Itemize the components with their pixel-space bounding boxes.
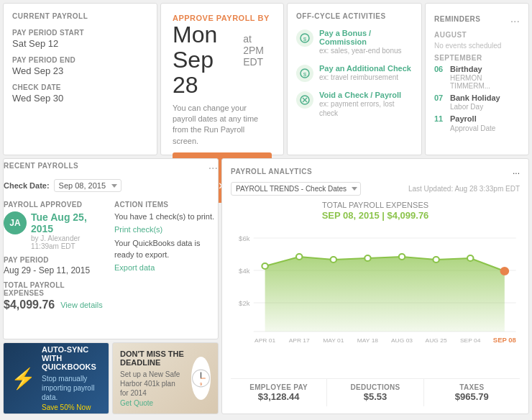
chart-title: TOTAL PAYROLL EXPENSES SEP 08, 2015 | $4…	[231, 200, 520, 221]
approve-payroll-card: APPROVE PAYROLL BY Mon Sep 28 at 2PM EDT…	[160, 3, 284, 155]
reminders-menu[interactable]: ...	[510, 12, 520, 25]
bonus-icon: $	[296, 29, 313, 47]
off-cycle-item-3: Void a Check / Payroll ex: payment error…	[296, 91, 413, 118]
action-text-1: You have 1 check(s) to print.	[114, 211, 218, 222]
reminder-day-2: 07	[434, 93, 446, 111]
svg-point-24	[433, 257, 439, 262]
current-payroll-title: CURRENT PAYROLL	[12, 12, 148, 20]
footer-deductions: DEDUCTIONS $5.53	[327, 379, 423, 406]
reminder-sub-2: Labor Day	[450, 103, 500, 111]
off-cycle-link-2[interactable]: Pay an Additional Check	[319, 64, 411, 73]
reminder-item-2: 07 Bank Holiday Labor Day	[434, 93, 520, 111]
recent-payrolls-card: RECENT PAYROLLS ... Check Date: Sep 08, …	[3, 158, 219, 339]
svg-text:SEP 04: SEP 04	[460, 337, 481, 344]
reminder-day-3: 11	[434, 114, 446, 132]
recent-payrolls-title: RECENT PAYROLLS	[4, 162, 78, 170]
svg-text:APR 01: APR 01	[254, 337, 276, 344]
footer-taxes: TAXES $965.79	[424, 379, 520, 406]
off-cycle-sub-2: ex: travel reimbursement	[319, 73, 411, 82]
svg-point-23	[399, 254, 405, 260]
payroll-approved-by: by J. Alexander 11:39am EDT	[31, 234, 107, 250]
svg-text:MAY 01: MAY 01	[323, 337, 344, 344]
check-icon: $	[296, 65, 313, 82]
off-cycle-title: OFF-CYCLE ACTIVITIES	[296, 12, 413, 20]
promo-deadline-body: Set up a New Safe Harbor 401k plan for 2…	[120, 370, 185, 398]
svg-point-20	[296, 254, 302, 260]
svg-marker-18	[265, 257, 505, 332]
svg-text:$6k: $6k	[239, 235, 250, 242]
check-date-filter-label: Check Date:	[4, 181, 50, 190]
off-cycle-card: OFF-CYCLE ACTIVITIES $ Pay a Bonus / Com…	[287, 3, 422, 155]
off-cycle-item-1: $ Pay a Bonus / Commission ex: sales, ye…	[296, 29, 413, 55]
reminder-name-3: Payroll	[450, 114, 495, 124]
svg-text:SEP 08: SEP 08	[493, 337, 516, 344]
trend-select[interactable]: PAYROLL TRENDS - Check Dates	[231, 182, 361, 196]
pay-period-start-label: PAY PERIOD START	[12, 29, 148, 37]
pay-period-end-value: Wed Sep 23	[12, 65, 148, 76]
svg-point-25	[467, 255, 473, 261]
bottom-left: RECENT PAYROLLS ... Check Date: Sep 08, …	[3, 158, 219, 414]
off-cycle-link-1[interactable]: Pay a Bonus / Commission	[319, 29, 413, 46]
svg-text:$2k: $2k	[239, 300, 250, 307]
payroll-analytics-card: PAYROLL ANALYTICS ... PAYROLL TRENDS - C…	[221, 158, 529, 414]
action-items-label: ACTION ITEMS	[114, 201, 218, 209]
svg-point-21	[331, 257, 336, 262]
last-updated: Last Updated: Aug 28 3:33pm EDT	[408, 185, 520, 193]
promo-deadline: DON'T MISS THE DEADLINE Set up a New Saf…	[112, 342, 219, 414]
reminders-header: REMINDERS ...	[434, 12, 520, 25]
svg-point-22	[364, 255, 370, 261]
analytics-controls: PAYROLL TRENDS - Check Dates Last Update…	[231, 182, 520, 196]
reminder-sub-1: HERMON TIMMERM...	[450, 74, 520, 90]
chart-svg: $6k $4k $2k	[231, 224, 520, 353]
check-date-label: CHECK DATE	[12, 83, 148, 91]
view-details-link[interactable]: View details	[60, 301, 103, 309]
svg-text:$: $	[303, 71, 307, 78]
footer-employee-pay-label: EMPLOYEE PAY	[237, 383, 321, 391]
footer-deductions-value: $5.53	[333, 391, 417, 402]
svg-point-26	[501, 268, 509, 275]
payroll-approved-date: Tue Aug 25, 2015	[31, 211, 107, 234]
reminder-item-1: 06 Birthday HERMON TIMMERM...	[434, 65, 520, 90]
svg-text:APR 17: APR 17	[289, 337, 311, 344]
chart-total-label: TOTAL PAYROLL EXPENSES	[322, 201, 428, 209]
svg-text:AUG 03: AUG 03	[391, 337, 413, 344]
reminders-title: REMINDERS	[434, 15, 481, 23]
off-cycle-sub-3: ex: payment errors, lost check	[319, 99, 413, 118]
chart-area: $6k $4k $2k	[231, 224, 520, 375]
action-text-2: Your QuickBooks data is ready to export.	[114, 238, 218, 260]
analytics-title: PAYROLL ANALYTICS	[231, 168, 312, 175]
print-checks-link[interactable]: Print check(s)	[114, 225, 218, 234]
payroll-content: PAYROLL APPROVED JA Tue Aug 25, 2015 by …	[4, 201, 218, 311]
approve-date: Mon Sep 28	[173, 22, 237, 99]
recent-payrolls-menu[interactable]: ...	[208, 159, 218, 172]
analytics-header: PAYROLL ANALYTICS ...	[231, 166, 520, 176]
footer-deductions-label: DEDUCTIONS	[333, 383, 417, 391]
pay-period-label: PAY PERIOD	[4, 256, 107, 264]
pay-period-value: Aug 29 - Sep 11, 2015	[4, 265, 107, 275]
export-data-link[interactable]: Export data	[114, 263, 218, 272]
void-icon	[296, 91, 313, 109]
approve-time: at 2PM EDT	[243, 33, 272, 68]
off-cycle-sub-1: ex: sales, year-end bonus	[319, 46, 413, 55]
promo-row: ⚡ AUTO-SYNC WITH QUICKBOOKS Stop manuall…	[3, 342, 219, 414]
promo-deadline-link[interactable]: Get Quote	[120, 399, 153, 407]
reminder-month-august: AUGUST	[434, 31, 520, 39]
svg-text:MAY 18: MAY 18	[357, 337, 379, 344]
reminder-no-events: No events scheduled	[434, 42, 520, 50]
svg-text:AUG 25: AUG 25	[426, 337, 447, 344]
total-exp-value: $4,099.76	[4, 298, 55, 311]
off-cycle-link-3[interactable]: Void a Check / Payroll	[319, 91, 413, 99]
avatar: JA	[4, 211, 27, 234]
promo-qs-link[interactable]: Save 50% Now	[42, 403, 91, 411]
reminder-sub-3: Approval Date	[450, 124, 495, 132]
chart-total-value: SEP 08, 2015 | $4,099.76	[322, 210, 429, 221]
reminders-card: REMINDERS ... AUGUST No events scheduled…	[425, 3, 529, 155]
footer-taxes-label: TAXES	[430, 383, 514, 391]
reminder-month-september: SEPTEMBER	[434, 54, 520, 62]
payroll-approved-label: PAYROLL APPROVED	[4, 201, 107, 209]
footer-employee-pay: EMPLOYEE PAY $3,128.44	[231, 379, 327, 406]
analytics-menu[interactable]: ...	[513, 166, 520, 176]
check-date-select[interactable]: Sep 08, 2015	[54, 179, 121, 192]
off-cycle-item-2: $ Pay an Additional Check ex: travel rei…	[296, 64, 413, 82]
reminder-item-3: 11 Payroll Approval Date	[434, 114, 520, 132]
